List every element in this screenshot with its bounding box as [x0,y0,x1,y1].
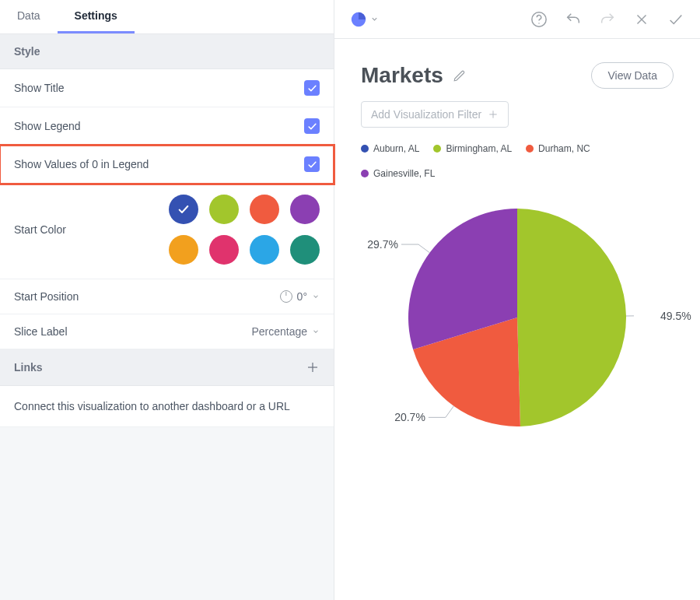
settings-panel: Data Settings Style Show Title Show Lege… [0,0,334,600]
pie-chart-icon [350,11,367,28]
setting-label: Start Position [14,290,79,303]
filter-placeholder: Add Visualization Filter [371,108,481,121]
color-swatches [169,195,320,265]
setting-show-zero-legend: Show Values of 0 in Legend [0,146,334,184]
setting-label: Start Color [14,223,66,236]
topbar [334,0,700,39]
color-swatch[interactable] [169,195,198,224]
setting-label: Show Legend [14,120,81,132]
section-links: Links [0,349,334,386]
panel-tabs: Data Settings [0,0,334,34]
slice-label: 20.7% [394,412,425,423]
svg-line-10 [446,406,453,418]
legend-item[interactable]: Durham, NC [526,143,590,154]
confirm-icon[interactable] [667,11,684,28]
color-swatch[interactable] [209,195,239,224]
redo-icon[interactable] [599,11,616,28]
checkbox-show-title[interactable] [304,80,320,96]
chevron-down-icon [312,293,320,300]
section-style: Style [0,34,334,69]
view-data-button[interactable]: View Data [591,62,674,89]
help-icon[interactable] [530,11,548,28]
checkbox-show-legend[interactable] [304,118,320,134]
chart-title: Markets [361,63,443,88]
legend-item[interactable]: Auburn, AL [361,143,419,154]
slice-label: 29.7% [367,239,398,250]
color-swatch[interactable] [209,235,239,265]
color-swatch[interactable] [290,235,320,265]
setting-label: Show Title [14,82,65,94]
add-link-icon[interactable] [306,360,320,374]
setting-start-color: Start Color [0,184,334,279]
slice-label-select[interactable]: Percentage [251,325,320,338]
chevron-down-icon [370,15,379,23]
legend-dot [361,145,369,153]
legend-label: Durham, NC [538,143,590,154]
pie-slice[interactable] [517,209,626,426]
start-position-value: 0° [297,290,307,303]
slice-label: 49.5% [660,311,691,321]
tab-data[interactable]: Data [0,0,58,33]
close-icon[interactable] [633,11,650,28]
chart-legend: Auburn, ALBirmingham, ALDurham, NCGaines… [361,143,674,179]
svg-point-3 [538,23,539,23]
topbar-actions [530,11,684,28]
style-settings-list: Show Title Show Legend Show Values of 0 … [0,69,334,349]
plus-icon [488,109,499,120]
links-description: Connect this visualization to another da… [0,386,334,427]
tab-settings[interactable]: Settings [58,0,135,33]
color-swatch[interactable] [290,195,320,224]
setting-label: Slice Label [14,325,68,338]
setting-show-title: Show Title [0,69,334,107]
undo-icon[interactable] [565,11,582,28]
legend-dot [433,145,441,153]
slice-label-value: Percentage [251,325,307,338]
visualization-panel: Markets View Data Add Visualization Filt… [334,0,700,600]
add-filter[interactable]: Add Visualization Filter [361,101,509,128]
legend-item[interactable]: Gainesville, FL [361,168,435,179]
chart-type-select[interactable] [350,11,379,28]
title-row: Markets View Data [361,62,674,89]
links-label: Links [14,361,43,374]
checkbox-show-zero-legend[interactable] [304,156,320,172]
setting-show-legend: Show Legend [0,107,334,146]
setting-label: Show Values of 0 in Legend [14,158,149,170]
setting-slice-label: Slice Label Percentage [0,314,334,349]
chart-content: Markets View Data Add Visualization Filt… [334,39,700,458]
color-swatch[interactable] [250,195,279,224]
color-swatch[interactable] [250,235,279,265]
edit-title-icon[interactable] [453,68,467,82]
setting-start-position: Start Position 0° [0,279,334,314]
legend-label: Gainesville, FL [373,168,435,179]
color-swatch[interactable] [169,235,198,265]
chevron-down-icon [312,328,320,335]
pie-chart: 49.5%20.7%29.7% [361,201,674,434]
start-position-select[interactable]: 0° [280,290,320,303]
legend-dot [526,145,534,153]
svg-line-12 [418,244,429,253]
legend-item[interactable]: Birmingham, AL [433,143,512,154]
legend-dot [361,170,369,177]
legend-label: Birmingham, AL [446,143,512,154]
clock-icon [280,290,292,303]
legend-label: Auburn, AL [373,143,419,154]
